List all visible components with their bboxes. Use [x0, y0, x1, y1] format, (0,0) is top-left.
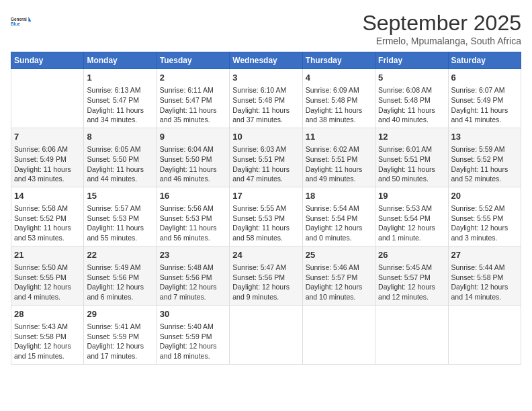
cell-info: and 7 minutes.	[160, 292, 226, 302]
cell-info: Sunset: 5:48 PM	[232, 95, 299, 105]
cell-info: Daylight: 11 hours	[87, 223, 153, 233]
calendar-cell: 14Sunrise: 5:58 AMSunset: 5:52 PMDayligh…	[11, 187, 84, 246]
cell-info: and 43 minutes.	[14, 174, 81, 184]
cell-info: Sunrise: 5:58 AM	[14, 203, 81, 214]
cell-info: Daylight: 12 hours	[160, 282, 226, 292]
cell-info: Daylight: 12 hours	[87, 282, 153, 292]
day-number: 3	[232, 72, 299, 84]
cell-info: Sunrise: 6:06 AM	[14, 144, 81, 154]
cell-info: Sunrise: 6:10 AM	[232, 85, 299, 95]
logo: GeneralBlue	[11, 11, 32, 32]
cell-info: Sunset: 5:57 PM	[378, 273, 445, 283]
cell-info: and 1 minute.	[378, 233, 445, 243]
cell-info: Sunrise: 6:07 AM	[451, 85, 518, 95]
col-header-monday: Monday	[84, 52, 157, 69]
svg-text:Blue: Blue	[11, 21, 20, 26]
cell-info: Sunrise: 5:56 AM	[160, 203, 226, 214]
title-block: September 2025 Ermelo, Mpumalanga, South…	[362, 11, 521, 46]
cell-info: and 58 minutes.	[232, 233, 299, 243]
location-subtitle: Ermelo, Mpumalanga, South Africa	[362, 36, 521, 46]
cell-info: Sunset: 5:52 PM	[451, 154, 518, 165]
day-number: 26	[378, 249, 445, 261]
cell-info: and 0 minutes.	[306, 233, 372, 243]
cell-info: Daylight: 12 hours	[378, 282, 445, 292]
calendar-cell	[11, 69, 84, 128]
page-header: GeneralBlue September 2025 Ermelo, Mpuma…	[11, 11, 521, 46]
day-number: 8	[87, 131, 153, 143]
col-header-saturday: Saturday	[448, 52, 521, 69]
cell-info: and 12 minutes.	[378, 292, 445, 302]
cell-info: and 47 minutes.	[232, 174, 299, 184]
cell-info: Sunset: 5:54 PM	[306, 214, 372, 224]
day-number: 10	[232, 131, 299, 143]
calendar-cell: 10Sunrise: 6:03 AMSunset: 5:51 PMDayligh…	[230, 128, 302, 187]
calendar-cell: 8Sunrise: 6:05 AMSunset: 5:50 PMDaylight…	[84, 128, 157, 187]
cell-info: and 35 minutes.	[160, 115, 226, 125]
calendar-cell: 29Sunrise: 5:41 AMSunset: 5:59 PMDayligh…	[84, 305, 157, 364]
cell-info: Daylight: 11 hours	[232, 223, 299, 233]
calendar-cell: 5Sunrise: 6:08 AMSunset: 5:48 PMDaylight…	[375, 69, 448, 128]
calendar-cell: 21Sunrise: 5:50 AMSunset: 5:55 PMDayligh…	[11, 246, 84, 305]
cell-info: Sunset: 5:52 PM	[14, 214, 81, 224]
logo-icon: GeneralBlue	[11, 11, 32, 32]
day-number: 21	[14, 249, 81, 261]
cell-info: Sunrise: 6:01 AM	[378, 144, 445, 154]
cell-info: Daylight: 11 hours	[160, 223, 226, 233]
calendar-cell: 2Sunrise: 6:11 AMSunset: 5:47 PMDaylight…	[157, 69, 229, 128]
cell-info: Daylight: 11 hours	[160, 105, 226, 116]
calendar-cell	[230, 305, 302, 364]
cell-info: and 34 minutes.	[87, 115, 153, 125]
cell-info: Sunset: 5:49 PM	[451, 95, 518, 105]
cell-info: Sunrise: 6:02 AM	[306, 144, 372, 154]
cell-info: Sunset: 5:53 PM	[232, 214, 299, 224]
calendar-cell: 25Sunrise: 5:46 AMSunset: 5:57 PMDayligh…	[302, 246, 375, 305]
day-number: 16	[160, 190, 226, 202]
col-header-tuesday: Tuesday	[157, 52, 229, 69]
day-number: 18	[306, 190, 372, 202]
cell-info: Sunset: 5:56 PM	[160, 273, 226, 283]
cell-info: Sunset: 5:51 PM	[378, 154, 445, 165]
cell-info: and 44 minutes.	[87, 174, 153, 184]
cell-info: Sunset: 5:48 PM	[378, 95, 445, 105]
cell-info: Sunset: 5:59 PM	[160, 332, 226, 342]
day-number: 12	[378, 131, 445, 143]
cell-info: and 15 minutes.	[14, 351, 81, 361]
calendar-cell: 27Sunrise: 5:44 AMSunset: 5:58 PMDayligh…	[448, 246, 521, 305]
cell-info: Sunset: 5:47 PM	[87, 95, 153, 105]
cell-info: Sunrise: 6:11 AM	[160, 85, 226, 95]
day-number: 11	[306, 131, 372, 143]
cell-info: and 38 minutes.	[306, 115, 372, 125]
cell-info: Daylight: 11 hours	[87, 105, 153, 116]
cell-info: Sunset: 5:55 PM	[451, 214, 518, 224]
cell-info: Daylight: 11 hours	[306, 105, 372, 116]
cell-info: Daylight: 12 hours	[160, 341, 226, 351]
cell-info: Sunset: 5:58 PM	[451, 273, 518, 283]
calendar-cell: 11Sunrise: 6:02 AMSunset: 5:51 PMDayligh…	[302, 128, 375, 187]
calendar-cell: 1Sunrise: 6:13 AMSunset: 5:47 PMDaylight…	[84, 69, 157, 128]
cell-info: Sunrise: 5:43 AM	[14, 322, 81, 332]
cell-info: and 40 minutes.	[378, 115, 445, 125]
cell-info: Sunrise: 5:59 AM	[451, 144, 518, 154]
col-header-friday: Friday	[375, 52, 448, 69]
cell-info: Sunrise: 5:46 AM	[306, 263, 372, 273]
cell-info: Sunrise: 5:54 AM	[306, 203, 372, 214]
cell-info: and 46 minutes.	[160, 174, 226, 184]
calendar-cell: 19Sunrise: 5:53 AMSunset: 5:54 PMDayligh…	[375, 187, 448, 246]
cell-info: Sunrise: 5:45 AM	[378, 263, 445, 273]
cell-info: and 53 minutes.	[14, 233, 81, 243]
calendar-cell: 20Sunrise: 5:52 AMSunset: 5:55 PMDayligh…	[448, 187, 521, 246]
calendar-cell	[448, 305, 521, 364]
col-header-sunday: Sunday	[11, 52, 84, 69]
cell-info: and 3 minutes.	[451, 233, 518, 243]
cell-info: and 50 minutes.	[378, 174, 445, 184]
cell-info: and 6 minutes.	[87, 292, 153, 302]
day-number: 5	[378, 72, 445, 84]
cell-info: Sunset: 5:58 PM	[14, 332, 81, 342]
day-number: 30	[160, 308, 226, 320]
cell-info: Sunset: 5:53 PM	[87, 214, 153, 224]
cell-info: Sunrise: 6:03 AM	[232, 144, 299, 154]
cell-info: Daylight: 11 hours	[14, 223, 81, 233]
calendar-cell: 18Sunrise: 5:54 AMSunset: 5:54 PMDayligh…	[302, 187, 375, 246]
calendar-cell: 9Sunrise: 6:04 AMSunset: 5:50 PMDaylight…	[157, 128, 229, 187]
cell-info: and 49 minutes.	[306, 174, 372, 184]
